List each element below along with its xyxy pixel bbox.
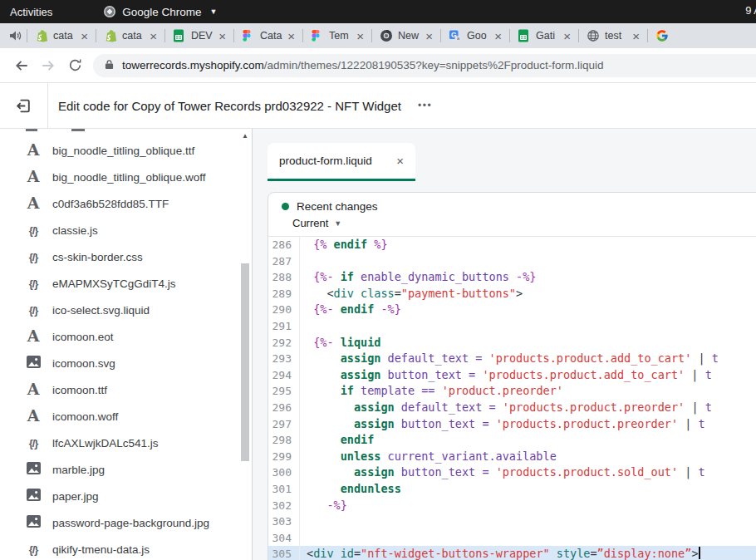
code-line[interactable]: 299 unless current_variant.available	[268, 449, 756, 465]
file-item[interactable]: Aicomoon.ttf	[0, 376, 252, 403]
reload-button[interactable]	[61, 52, 88, 79]
file-item[interactable]: paper.jpg	[0, 483, 252, 509]
file-item[interactable]: password-page-background.jpg	[0, 509, 252, 536]
code-line[interactable]: 301 endunless	[268, 481, 756, 498]
code-line[interactable]: 291	[268, 318, 756, 335]
file-item[interactable]: marble.jpg	[0, 456, 252, 483]
code-line[interactable]: 288 {%- if enable_dynamic_buttons -%}	[268, 269, 756, 286]
browser-tab[interactable]: DEV×	[165, 23, 233, 48]
file-sidebar: Abig_noodle_titling_oblique.ttfAbig_nood…	[0, 129, 253, 560]
tab-close-icon[interactable]: ×	[425, 30, 433, 42]
back-button[interactable]	[8, 52, 35, 79]
file-item[interactable]: Abig_noodle_titling_oblique.ttf	[0, 137, 252, 164]
line-number: 287	[268, 253, 300, 270]
tab-close-icon[interactable]: ×	[632, 30, 640, 42]
browser-tab[interactable]	[648, 23, 698, 48]
code-line[interactable]: 290 {%- endif -%}	[268, 302, 756, 318]
tab-separator	[233, 29, 234, 42]
tab-title: Goo	[467, 30, 489, 42]
code-line[interactable]: 300 assign button_text = 'products.produ…	[268, 464, 756, 481]
os-clock[interactable]: 9 A	[745, 4, 756, 17]
font-file-icon: A	[25, 169, 42, 185]
code-line[interactable]: 292 {%- liquid	[268, 335, 756, 351]
file-item[interactable]: {/}classie.js	[0, 217, 252, 243]
version-dropdown[interactable]: Current ▼	[268, 213, 756, 237]
code-line[interactable]: 296 assign default_text = 'products.prod…	[268, 400, 756, 416]
file-item[interactable]: {/}lfcAXLwjkDALc541.js	[0, 430, 252, 456]
exit-code-editor-icon[interactable]	[15, 96, 33, 115]
line-number: 289	[268, 286, 300, 302]
font-file-icon: A	[25, 408, 42, 425]
activities-button[interactable]: Activities	[10, 6, 52, 18]
chrome-icon	[104, 6, 115, 17]
code-line[interactable]: 293 assign default_text = 'products.prod…	[268, 351, 756, 367]
editor-panel: Recent changes Current ▼ 286 {% endif %}…	[268, 192, 756, 560]
code-line[interactable]: 302 -%}	[268, 498, 756, 514]
tab-close-icon[interactable]: ×	[287, 30, 295, 42]
tab-separator	[27, 29, 27, 42]
browser-tab[interactable]: Tem×	[303, 23, 371, 48]
forward-button[interactable]	[35, 52, 61, 79]
app-menu[interactable]: Google Chrome ▼	[104, 6, 217, 18]
file-item[interactable]: Aicomoon.woff	[0, 403, 252, 430]
file-item[interactable]: {/}cs-skin-border.css	[0, 243, 252, 270]
browser-tab[interactable]: Gati×	[510, 23, 578, 48]
more-actions-button[interactable]: •••	[413, 96, 437, 115]
url-path: /admin/themes/122208190535?key=snippets%…	[264, 59, 604, 71]
tab-close-icon[interactable]: ×	[356, 30, 364, 42]
code-line[interactable]: 289 <div class="payment-buttons">	[268, 286, 756, 302]
browser-tab[interactable]: Cata×	[234, 23, 302, 48]
file-item[interactable]: Abig_noodle_titling_oblique.woff	[0, 164, 252, 190]
app-menu-label: Google Chrome	[122, 6, 201, 18]
tab-separator	[509, 29, 510, 42]
tab-close-icon[interactable]: ×	[150, 30, 157, 42]
sidebar-scrollbar[interactable]: ▲	[240, 129, 250, 560]
code-line[interactable]: 295 if template == 'product.preorder'	[268, 383, 756, 400]
code-text: endif	[300, 432, 756, 449]
line-number: 286	[268, 237, 300, 253]
editor-tab-close-icon[interactable]: ×	[396, 154, 404, 168]
translate-favicon: Ga	[449, 29, 462, 42]
browser-tab[interactable]: GaGoo×	[441, 23, 509, 48]
code-line[interactable]: 286 {% endif %}	[268, 237, 756, 253]
file-item[interactable]: {/}qikify-tmenu-data.js	[0, 536, 252, 560]
code-line[interactable]: 305<div id="nft-widget-buttons-wrapper" …	[268, 546, 756, 560]
file-item[interactable]: {/}ico-select.svg.liquid	[0, 297, 252, 323]
audio-speaker-icon[interactable]	[8, 28, 23, 43]
browser-tab[interactable]: test×	[579, 23, 647, 48]
code-text: <div id="nft-widget-buttons-wrapper" sty…	[300, 546, 756, 560]
scroll-up-arrow-icon[interactable]: ▲	[240, 132, 250, 140]
file-item[interactable]: Aicomoon.eot	[0, 323, 252, 350]
file-name: c0df3a6b528fdd85.TTF	[52, 198, 169, 210]
google-favicon	[655, 29, 669, 42]
tab-title: Tem	[329, 30, 351, 42]
editor-file-tab[interactable]: product-form.liquid ×	[268, 143, 415, 181]
browser-tab[interactable]: cata×	[27, 23, 96, 48]
code-line[interactable]: 297 assign button_text = 'products.produ…	[268, 416, 756, 433]
tab-close-icon[interactable]: ×	[81, 30, 88, 42]
file-item[interactable]: Ac0df3a6b528fdd85.TTF	[0, 190, 252, 217]
line-number: 292	[268, 335, 300, 351]
lock-icon[interactable]	[105, 58, 114, 73]
recent-changes-label: Recent changes	[297, 200, 378, 213]
code-lines[interactable]: 286 {% endif %}287288 {%- if enable_dyna…	[268, 237, 756, 560]
file-item[interactable]: {/}eMAPMXSyTCgGdiT4.js	[0, 270, 252, 297]
tab-close-icon[interactable]: ×	[218, 30, 226, 42]
clipped-row-fragment	[71, 129, 85, 131]
recent-changes-dot-icon	[282, 203, 289, 210]
code-line[interactable]: 298 endif	[268, 432, 756, 449]
tab-close-icon[interactable]: ×	[494, 30, 502, 42]
tab-close-icon[interactable]: ×	[563, 30, 571, 42]
code-line[interactable]: 294 assign button_text = 'products.produ…	[268, 367, 756, 384]
scrollbar-thumb[interactable]	[241, 263, 249, 461]
browser-tab[interactable]: cata×	[96, 23, 164, 48]
code-line[interactable]: 303	[268, 513, 756, 530]
browser-tab[interactable]: New×	[372, 23, 440, 48]
code-line[interactable]: 304	[268, 530, 756, 547]
address-bar[interactable]: towerrecords.myshopify.com/admin/themes/…	[93, 54, 756, 77]
code-line[interactable]: 287	[268, 253, 756, 270]
file-name: password-page-background.jpg	[52, 517, 209, 529]
file-item[interactable]: icomoon.svg	[0, 350, 252, 376]
browser-tabs: cata×cata×DEV×Cata×Tem×New×GaGoo×Gati×te…	[27, 23, 756, 48]
line-number: 297	[268, 416, 300, 433]
